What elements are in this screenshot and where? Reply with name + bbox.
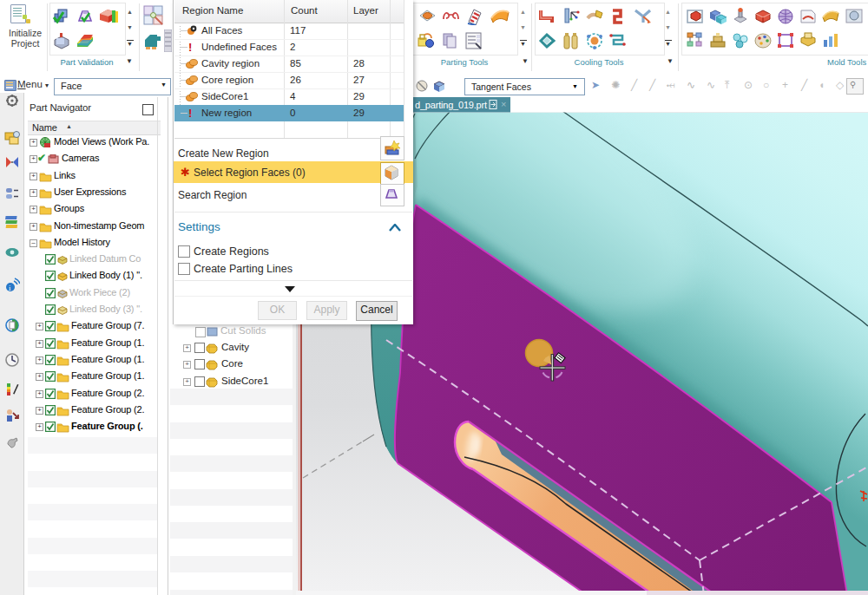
svg-text:d_parting_019.prt: d_parting_019.prt xyxy=(415,100,487,110)
svg-text:×: × xyxy=(501,99,506,109)
